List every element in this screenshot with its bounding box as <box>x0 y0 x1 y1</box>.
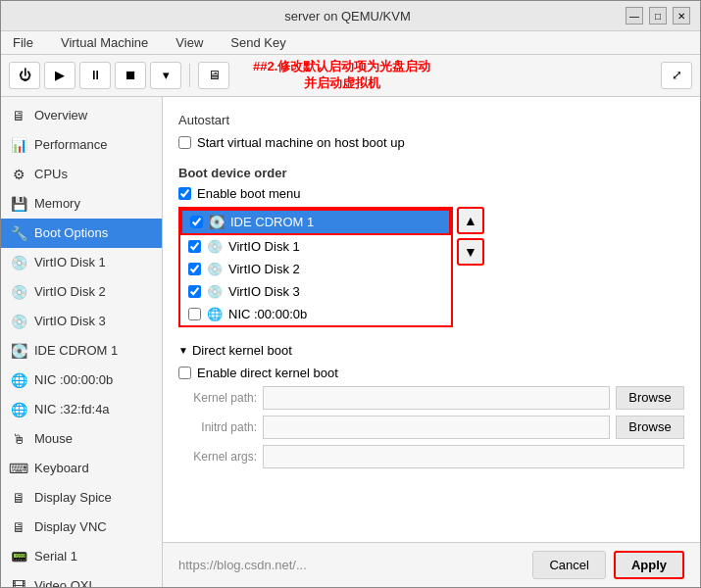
boot-list: 💽 IDE CDROM 1 💿 VirtIO Disk 1 💿 <box>178 207 453 327</box>
watermark-text: https://blog.csdn.net/... <box>178 558 307 572</box>
sidebar-item-memory[interactable]: 💾 Memory <box>1 189 162 219</box>
maximize-button[interactable]: □ <box>649 7 667 24</box>
sidebar-item-nic-32[interactable]: 🌐 NIC :32:fd:4a <box>1 395 162 424</box>
enable-boot-menu-row: Enable boot menu <box>178 186 684 201</box>
boot-item-nic-label: NIC :00:00:0b <box>228 307 307 321</box>
dropdown-btn[interactable]: ▾ <box>150 62 181 89</box>
enable-boot-menu-label: Enable boot menu <box>197 186 301 201</box>
main-content: 🖥 Overview 📊 Performance ⚙ CPUs 💾 Memory… <box>1 97 700 587</box>
nic-32-icon: 🌐 <box>9 400 28 419</box>
sidebar-item-cpus[interactable]: ⚙ CPUs <box>1 160 162 189</box>
cpus-icon: ⚙ <box>9 165 28 184</box>
virtio-disk-1-icon: 💿 <box>9 253 28 272</box>
boot-options-icon: 🔧 <box>9 223 28 243</box>
menu-virtual-machine[interactable]: Virtual Machine <box>55 33 154 52</box>
enable-boot-menu-checkbox[interactable] <box>178 187 191 200</box>
sidebar-item-display-spice[interactable]: 🖥 Display Spice <box>1 483 162 513</box>
sidebar-label-overview: Overview <box>34 108 87 122</box>
boot-device-section: Boot device order Enable boot menu 💽 IDE… <box>178 166 684 327</box>
boot-item-virtio2-label: VirtIO Disk 2 <box>228 262 300 276</box>
sidebar-item-virtio-disk-2[interactable]: 💿 VirtIO Disk 2 <box>1 277 162 307</box>
autostart-checkbox[interactable] <box>178 136 191 149</box>
direct-kernel-section: ▼ Direct kernel boot Enable direct kerne… <box>178 343 684 468</box>
boot-item-virtio3-label: VirtIO Disk 3 <box>228 284 300 299</box>
sidebar-item-display-vnc[interactable]: 🖥 Display VNC <box>1 513 162 542</box>
move-up-button[interactable]: ▲ <box>457 207 484 234</box>
play-icon[interactable]: ▶ <box>44 62 75 89</box>
pause-icon[interactable]: ⏸ <box>79 62 111 89</box>
sidebar-label-virtio-disk-2: VirtIO Disk 2 <box>34 284 106 299</box>
direct-kernel-label: Direct kernel boot <box>192 343 292 358</box>
cancel-button[interactable]: Cancel <box>532 551 605 579</box>
boot-item-virtio2-checkbox[interactable] <box>188 263 201 275</box>
display-vnc-icon: 🖥 <box>9 517 28 537</box>
close-button[interactable]: ✕ <box>673 7 690 24</box>
sidebar-item-overview[interactable]: 🖥 Overview <box>1 101 162 130</box>
initrd-path-input[interactable] <box>263 416 610 439</box>
initrd-path-browse-button[interactable]: Browse <box>616 416 684 439</box>
boot-item-virtio3-checkbox[interactable] <box>188 285 201 298</box>
console-icon[interactable]: 🖥 <box>198 62 229 89</box>
collapse-arrow-icon: ▼ <box>178 345 188 356</box>
menu-file[interactable]: File <box>7 33 39 52</box>
sidebar-label-keyboard: Keyboard <box>34 461 89 475</box>
serial-1-icon: 📟 <box>9 547 28 566</box>
sidebar-label-cpus: CPUs <box>34 167 68 181</box>
boot-list-item-virtio3[interactable]: 💿 VirtIO Disk 3 <box>180 280 451 303</box>
sidebar-item-video-qxl[interactable]: 🎞 Video QXL <box>1 571 162 587</box>
boot-list-item-virtio2[interactable]: 💿 VirtIO Disk 2 <box>180 258 451 280</box>
apply-button[interactable]: Apply <box>614 551 684 579</box>
annotation: ##2.修改默认启动项为光盘启动 并启动虚拟机 <box>253 59 430 92</box>
direct-kernel-header[interactable]: ▼ Direct kernel boot <box>178 343 684 358</box>
overview-icon: 🖥 <box>9 106 28 125</box>
move-down-button[interactable]: ▼ <box>457 238 484 266</box>
kernel-path-browse-button[interactable]: Browse <box>616 386 684 410</box>
kernel-path-input[interactable] <box>263 386 610 410</box>
window-controls: — □ ✕ <box>626 7 690 24</box>
boot-item-virtio1-icon: 💿 <box>207 239 223 254</box>
boot-item-nic-checkbox[interactable] <box>188 308 201 320</box>
stop-icon[interactable]: ⏹ <box>115 62 146 89</box>
autostart-section: Autostart Start virtual machine on host … <box>178 113 684 150</box>
autostart-label: Start virtual machine on host boot up <box>197 135 405 150</box>
sidebar-item-mouse[interactable]: 🖱 Mouse <box>1 424 162 454</box>
sidebar-item-virtio-disk-1[interactable]: 💿 VirtIO Disk 1 <box>1 248 162 277</box>
keyboard-icon: ⌨ <box>9 459 28 478</box>
kernel-args-row: Kernel args: <box>178 445 684 468</box>
nic-00-icon: 🌐 <box>9 370 28 390</box>
sidebar-item-serial-1[interactable]: 📟 Serial 1 <box>1 542 162 571</box>
minimize-button[interactable]: — <box>626 7 643 24</box>
boot-list-item-virtio1[interactable]: 💿 VirtIO Disk 1 <box>180 235 451 258</box>
sidebar-item-nic-00[interactable]: 🌐 NIC :00:00:0b <box>1 366 162 395</box>
kernel-args-input[interactable] <box>263 445 684 468</box>
sidebar-label-video-qxl: Video QXL <box>34 578 96 587</box>
boot-list-item-ide-cdrom[interactable]: 💽 IDE CDROM 1 <box>180 209 451 235</box>
titlebar: server on QEMU/KVM — □ ✕ <box>1 1 700 31</box>
sidebar-label-ide-cdrom-1: IDE CDROM 1 <box>34 343 118 358</box>
enable-direct-kernel-checkbox[interactable] <box>178 367 191 379</box>
boot-list-item-nic[interactable]: 🌐 NIC :00:00:0b <box>180 303 451 325</box>
menu-view[interactable]: View <box>170 33 209 52</box>
sidebar: 🖥 Overview 📊 Performance ⚙ CPUs 💾 Memory… <box>1 97 163 587</box>
sidebar-item-virtio-disk-3[interactable]: 💿 VirtIO Disk 3 <box>1 307 162 336</box>
menu-send-key[interactable]: Send Key <box>225 33 291 52</box>
sidebar-label-display-vnc: Display VNC <box>34 519 107 534</box>
boot-item-cdrom-checkbox[interactable] <box>190 216 203 228</box>
performance-icon: 📊 <box>9 135 28 155</box>
sidebar-item-performance[interactable]: 📊 Performance <box>1 130 162 160</box>
sidebar-label-mouse: Mouse <box>34 431 73 446</box>
menubar: File Virtual Machine View Send Key <box>1 31 700 55</box>
sidebar-item-keyboard[interactable]: ⌨ Keyboard <box>1 454 162 483</box>
sidebar-item-boot-options[interactable]: 🔧 Boot Options <box>1 219 162 248</box>
boot-item-virtio1-label: VirtIO Disk 1 <box>228 239 300 254</box>
boot-item-virtio3-icon: 💿 <box>207 284 223 299</box>
boot-item-virtio1-checkbox[interactable] <box>188 240 201 253</box>
fullscreen-icon[interactable]: ⤢ <box>661 62 692 89</box>
power-icon[interactable]: ⏻ <box>9 62 40 89</box>
sidebar-label-nic-32: NIC :32:fd:4a <box>34 402 110 416</box>
sidebar-label-boot-options: Boot Options <box>34 225 108 240</box>
kernel-path-label: Kernel path: <box>178 391 257 405</box>
annotation-line1: ##2.修改默认启动项为光盘启动 <box>253 59 430 75</box>
boot-item-cdrom-label: IDE CDROM 1 <box>230 215 314 229</box>
sidebar-item-ide-cdrom-1[interactable]: 💽 IDE CDROM 1 <box>1 336 162 366</box>
